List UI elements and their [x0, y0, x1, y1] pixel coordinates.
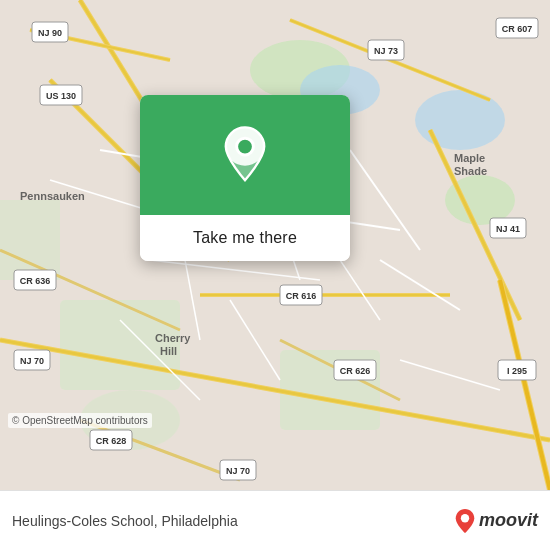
- moovit-pin-icon: [454, 508, 476, 534]
- svg-text:CR 636: CR 636: [20, 276, 51, 286]
- svg-text:CR 616: CR 616: [286, 291, 317, 301]
- moovit-brand-text: moovit: [479, 510, 538, 531]
- popup-card: Take me there: [140, 95, 350, 261]
- svg-text:NJ 70: NJ 70: [20, 356, 44, 366]
- svg-point-71: [237, 138, 254, 155]
- svg-text:NJ 73: NJ 73: [374, 46, 398, 56]
- map-copyright: © OpenStreetMap contributors: [8, 413, 152, 428]
- svg-text:CR 607: CR 607: [502, 24, 533, 34]
- svg-text:I 295: I 295: [507, 366, 527, 376]
- svg-text:Shade: Shade: [454, 165, 487, 177]
- svg-text:CR 628: CR 628: [96, 436, 127, 446]
- svg-text:Cherry: Cherry: [155, 332, 191, 344]
- map-container: NJ 90 US 130 NJ 73 CR 607 NJ 41 CR 636 C…: [0, 0, 550, 490]
- svg-point-72: [461, 514, 469, 522]
- moovit-logo: moovit: [454, 508, 538, 534]
- svg-text:NJ 41: NJ 41: [496, 224, 520, 234]
- svg-text:NJ 70: NJ 70: [226, 466, 250, 476]
- svg-text:Pennsauken: Pennsauken: [20, 190, 85, 202]
- svg-point-3: [415, 90, 505, 150]
- svg-text:Maple: Maple: [454, 152, 485, 164]
- take-me-there-button[interactable]: Take me there: [140, 215, 350, 261]
- location-pin-icon: [220, 125, 270, 185]
- svg-text:NJ 90: NJ 90: [38, 28, 62, 38]
- location-name: Heulings-Coles School, Philadelphia: [12, 513, 238, 529]
- svg-text:Hill: Hill: [160, 345, 177, 357]
- popup-header: [140, 95, 350, 215]
- bottom-bar: Heulings-Coles School, Philadelphia moov…: [0, 490, 550, 550]
- svg-text:US 130: US 130: [46, 91, 76, 101]
- svg-rect-9: [0, 200, 60, 280]
- svg-text:CR 626: CR 626: [340, 366, 371, 376]
